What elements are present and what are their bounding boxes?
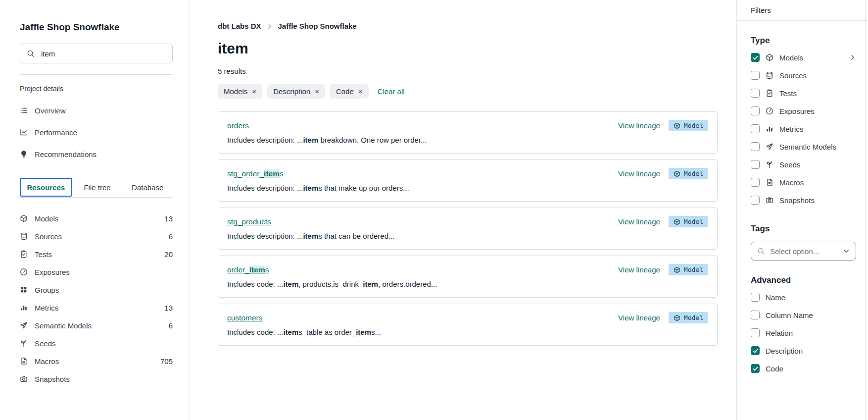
- view-lineage-link[interactable]: View lineage: [618, 121, 660, 130]
- resource-item-semantic-models[interactable]: Semantic Models 6: [20, 316, 173, 334]
- sidebar-item-recommendations[interactable]: Recommendations: [20, 143, 173, 165]
- filter-option-seeds[interactable]: Seeds: [751, 156, 856, 173]
- breadcrumb-project[interactable]: Jaffle Shop Snowflake: [278, 22, 357, 30]
- filter-option-semantic-models[interactable]: Semantic Models: [751, 138, 856, 156]
- model-badge[interactable]: Model: [669, 264, 708, 275]
- filter-option-macros[interactable]: Macros: [751, 173, 856, 191]
- filter-option-sources[interactable]: Sources: [751, 66, 856, 84]
- filter-option-label: Relation: [766, 329, 793, 337]
- semantic-model-icon: [766, 143, 773, 151]
- clear-all-link[interactable]: Clear all: [378, 87, 405, 96]
- filter-option-label: Semantic Models: [779, 143, 836, 151]
- search-icon: [27, 50, 35, 57]
- checkbox-unchecked[interactable]: [751, 160, 760, 169]
- checkbox-unchecked[interactable]: [751, 71, 760, 80]
- resource-item-models[interactable]: Models 13: [20, 210, 173, 227]
- filter-option-metrics[interactable]: Metrics: [751, 120, 856, 138]
- checkbox-unchecked[interactable]: [751, 196, 760, 205]
- resource-label: Snapshots: [35, 375, 70, 383]
- filter-option-exposures[interactable]: Exposures: [751, 102, 856, 120]
- chevron-right-icon[interactable]: [849, 54, 856, 61]
- result-link[interactable]: stg_products: [227, 217, 271, 226]
- resource-item-sources[interactable]: Sources 6: [20, 227, 173, 245]
- model-badge[interactable]: Model: [669, 120, 708, 131]
- panel-scrollbar[interactable]: [865, 0, 866, 420]
- chip-code[interactable]: Code ×: [330, 84, 369, 99]
- filters-panel: Filters Type Models Sources: [736, 0, 868, 420]
- filter-option-label: Exposures: [779, 107, 815, 115]
- resource-count: 6: [169, 321, 173, 330]
- view-lineage-link[interactable]: View lineage: [618, 314, 660, 322]
- filter-option-description[interactable]: Description: [751, 342, 856, 360]
- semantic-model-icon: [20, 321, 28, 329]
- checkbox-checked[interactable]: [751, 346, 760, 355]
- result-link[interactable]: order_items: [227, 265, 269, 274]
- view-lineage-link[interactable]: View lineage: [618, 265, 660, 274]
- filter-option-column-name[interactable]: Column Name: [751, 306, 856, 324]
- camera-icon: [20, 375, 28, 383]
- resource-item-groups[interactable]: Groups: [20, 281, 173, 299]
- resource-item-tests[interactable]: Tests 20: [20, 245, 173, 263]
- resource-item-seeds[interactable]: Seeds: [20, 334, 173, 352]
- result-link[interactable]: orders: [227, 121, 249, 130]
- close-icon[interactable]: ×: [358, 88, 363, 95]
- checkbox-unchecked[interactable]: [751, 89, 760, 98]
- chip-models[interactable]: Models ×: [218, 84, 262, 99]
- sidebar-item-performance[interactable]: Performance: [20, 121, 173, 143]
- clipboard-check-icon: [20, 250, 28, 258]
- tab-file-tree[interactable]: File tree: [72, 178, 123, 197]
- checkbox-checked[interactable]: [751, 364, 760, 373]
- search-input[interactable]: [40, 49, 166, 58]
- close-icon[interactable]: ×: [252, 88, 256, 95]
- tab-database[interactable]: Database: [122, 178, 173, 197]
- resource-item-macros[interactable]: Macros 705: [20, 352, 173, 370]
- view-lineage-link[interactable]: View lineage: [618, 169, 660, 178]
- checkbox-unchecked[interactable]: [751, 124, 760, 133]
- checkbox-unchecked[interactable]: [751, 328, 760, 337]
- chip-description[interactable]: Description ×: [267, 84, 325, 99]
- model-badge[interactable]: Model: [669, 216, 708, 227]
- tags-select[interactable]: Select option...: [751, 242, 856, 261]
- badge-label: Model: [684, 218, 703, 225]
- model-badge[interactable]: Model: [669, 168, 708, 179]
- view-lineage-link[interactable]: View lineage: [618, 217, 660, 226]
- chip-label: Description: [273, 87, 310, 96]
- resource-item-snapshots[interactable]: Snapshots: [20, 370, 173, 388]
- results-count: 5 results: [218, 67, 718, 75]
- project-nav: Overview Performance Recommendations: [20, 100, 173, 165]
- checkbox-unchecked[interactable]: [751, 311, 760, 319]
- result-link[interactable]: customers: [227, 314, 263, 322]
- filter-option-name[interactable]: Name: [751, 288, 856, 306]
- tab-resources[interactable]: Resources: [20, 178, 72, 197]
- filter-option-models[interactable]: Models: [751, 49, 856, 66]
- checkbox-unchecked[interactable]: [751, 106, 760, 115]
- close-icon[interactable]: ×: [315, 88, 319, 95]
- checkbox-unchecked[interactable]: [751, 178, 760, 187]
- checkbox-checked[interactable]: [751, 53, 760, 62]
- result-snippet: Includes code: ...items_table as order_i…: [227, 328, 708, 336]
- resource-label: Semantic Models: [35, 321, 92, 330]
- resource-item-exposures[interactable]: Exposures: [20, 263, 173, 281]
- badge-label: Model: [684, 122, 703, 129]
- gauge-icon: [20, 268, 28, 276]
- filter-option-snapshots[interactable]: Snapshots: [751, 191, 856, 209]
- nav-label: Performance: [35, 128, 77, 137]
- result-link[interactable]: stg_order_items: [227, 169, 284, 178]
- checkbox-unchecked[interactable]: [751, 293, 760, 302]
- resource-item-metrics[interactable]: Metrics 13: [20, 299, 173, 316]
- chevron-down-icon: [843, 248, 850, 255]
- cube-icon: [674, 315, 680, 321]
- sidebar-item-overview[interactable]: Overview: [20, 100, 173, 121]
- check-icon: [752, 54, 759, 61]
- filter-option-code[interactable]: Code: [751, 360, 856, 377]
- result-card-stg-products: stg_products View lineage Model Includes…: [218, 208, 718, 250]
- resource-label: Exposures: [35, 268, 70, 276]
- breadcrumb-account[interactable]: dbt Labs DX: [218, 22, 261, 30]
- filter-option-tests[interactable]: Tests: [751, 84, 856, 102]
- filter-option-relation[interactable]: Relation: [751, 324, 856, 342]
- sidebar-search[interactable]: [20, 44, 173, 63]
- model-badge[interactable]: Model: [669, 312, 708, 323]
- cube-icon: [766, 53, 773, 61]
- badge-label: Model: [684, 170, 703, 177]
- checkbox-unchecked[interactable]: [751, 142, 760, 151]
